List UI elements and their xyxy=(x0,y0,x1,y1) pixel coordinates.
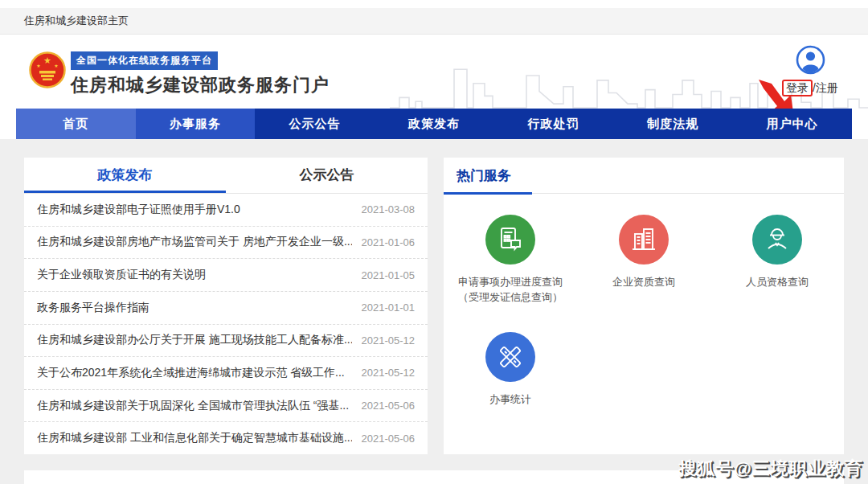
list-item[interactable]: 关于企业领取资质证书的有关说明 2021-01-05 xyxy=(24,259,428,292)
watermark-text: 搜狐号@三境职业教育 xyxy=(679,457,863,481)
news-list: 住房和城乡建设部电子证照使用手册V1.0 2021-03-08 住房和城乡建设部… xyxy=(24,194,428,454)
list-item[interactable]: 政务服务平台操作指南 2021-01-01 xyxy=(24,292,428,325)
list-item[interactable]: 关于公布2021年系统化全域推进海绵城市建设示范 省级工作... 2021-05… xyxy=(24,357,428,390)
site-header: ★ ★ ★ 全国一体化在线政务服务平台 住房和城乡建设部政务服务门户 登录/注册 xyxy=(0,35,868,109)
services-grid: 申请事项办理进度查询 （受理发证信息查询） 企业资质查询 xyxy=(444,194,844,407)
tab-policy-release[interactable]: 政策发布 xyxy=(24,158,226,193)
nav-item-policy[interactable]: 政策发布 xyxy=(375,109,494,139)
main-navigation: 首页 办事服务 公示公告 政策发布 行政处罚 制度法规 用户中心 xyxy=(16,109,852,139)
user-avatar-icon[interactable] xyxy=(796,45,825,75)
top-utility-bar: 住房和城乡建设部主页 xyxy=(0,8,868,35)
nav-item-home[interactable]: 首页 xyxy=(16,109,136,139)
register-link[interactable]: 注册 xyxy=(816,81,838,94)
service-personnel-qualification[interactable]: 人员资格查询 xyxy=(710,215,844,305)
hot-services-header: 热门服务 xyxy=(444,158,844,194)
nav-item-announcements[interactable]: 公示公告 xyxy=(255,109,375,139)
nav-item-services[interactable]: 办事服务 xyxy=(136,109,256,139)
svg-text:★: ★ xyxy=(36,64,40,68)
list-item[interactable]: 住房和城乡建设部 工业和信息化部关于确定智慧城市基础设施... 2021-05-… xyxy=(24,422,428,454)
tab-public-notice[interactable]: 公示公告 xyxy=(226,158,428,193)
ministry-home-link[interactable]: 住房和城乡建设部主页 xyxy=(24,14,129,28)
hot-services-panel: 热门服务 申请事项办理进度查询 （受理发证信息查询） xyxy=(444,158,844,454)
service-progress-query[interactable]: 申请事项办理进度查询 （受理发证信息查询） xyxy=(444,215,577,305)
nav-item-regulations[interactable]: 制度法规 xyxy=(613,109,733,139)
national-emblem-logo: ★ ★ ★ xyxy=(29,50,66,90)
construction-worker-icon xyxy=(752,215,802,265)
platform-badge: 全国一体化在线政务服务平台 xyxy=(71,51,218,70)
nav-item-penalties[interactable]: 行政处罚 xyxy=(493,109,613,139)
service-statistics[interactable]: 办事统计 xyxy=(444,332,577,407)
news-panel: 政策发布 公示公告 住房和城乡建设部电子证照使用手册V1.0 2021-03-0… xyxy=(24,158,428,454)
svg-text:★: ★ xyxy=(43,55,51,65)
brand-block: 全国一体化在线政务服务平台 住房和城乡建设部政务服务门户 xyxy=(71,51,330,97)
calculator-chat-icon xyxy=(485,215,535,265)
list-item[interactable]: 住房和城乡建设部房地产市场监管司关于 房地产开发企业一级... 2021-01-… xyxy=(24,227,428,260)
nav-item-user-center[interactable]: 用户中心 xyxy=(732,109,852,139)
list-item[interactable]: 住房和城乡建设部办公厅关于开展 施工现场技能工人配备标准... 2021-05-… xyxy=(24,325,428,358)
page-title: 住房和城乡建设部政务服务门户 xyxy=(71,73,330,97)
ruler-pencil-icon xyxy=(485,332,535,382)
panel-title: 热门服务 xyxy=(457,166,511,185)
service-enterprise-qualification[interactable]: 企业资质查询 xyxy=(577,215,710,305)
news-tabs: 政策发布 公示公告 xyxy=(24,158,428,194)
list-item[interactable]: 住房和城乡建设部电子证照使用手册V1.0 2021-03-08 xyxy=(24,194,428,227)
svg-text:★: ★ xyxy=(54,64,58,68)
list-item[interactable]: 住房和城乡建设部关于巩固深化 全国城市管理执法队伍 “强基... 2021-05… xyxy=(24,390,428,423)
building-icon xyxy=(619,215,669,265)
